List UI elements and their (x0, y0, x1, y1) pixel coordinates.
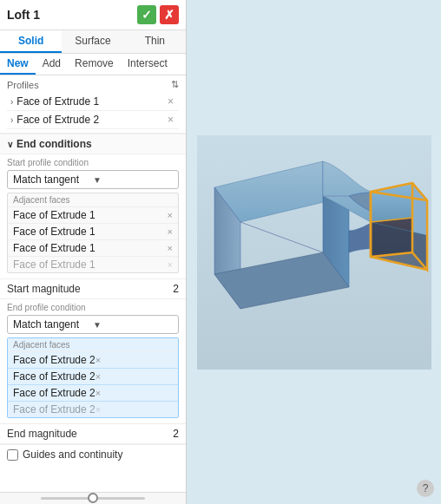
end-magnitude-value: 2 (173, 428, 179, 440)
panel-title: Loft 1 (7, 8, 134, 22)
start-magnitude-value: 2 (173, 283, 179, 295)
end-face-remove-4[interactable]: × (95, 404, 101, 415)
end-face-item-4: Face of Extrude 2 × (8, 402, 178, 417)
start-face-remove-4[interactable]: × (168, 259, 173, 270)
end-face-remove-3[interactable]: × (95, 388, 101, 398)
start-magnitude-row: Start magnitude 2 (0, 279, 186, 299)
action-tabs: New Add Remove Intersect (0, 54, 186, 75)
left-panel: Loft 1 ✓ ✗ Solid Surface Thin New Add Re… (0, 0, 187, 504)
profiles-section: Profiles ⇅ › Face of Extrude 1 × › Face … (0, 75, 186, 134)
end-face-name-3: Face of Extrude 2 (13, 387, 95, 399)
end-condition-block: End profile condition Match tangent ▼ Ad… (0, 299, 186, 424)
tab-intersect[interactable]: Intersect (121, 54, 174, 75)
start-face-remove-1[interactable]: × (168, 210, 173, 220)
collapse-arrow-icon: ∨ (7, 140, 13, 149)
end-magnitude-label: End magnitude (7, 428, 77, 440)
profile-item-2: › Face of Extrude 2 × (7, 111, 179, 129)
start-face-name-2: Face of Extrude 1 (13, 226, 168, 238)
end-adjacent-faces-box: Adjacent faces Face of Extrude 2 × Face … (7, 337, 179, 418)
end-magnitude-row: End magnitude 2 (0, 424, 186, 444)
start-face-item-1: Face of Extrude 1 × (8, 207, 178, 224)
profile-remove-2[interactable]: × (166, 114, 175, 126)
start-face-name-1: Face of Extrude 1 (13, 209, 168, 221)
start-condition-block: Start profile condition Match tangent ▼ … (0, 154, 186, 279)
panel-header: Loft 1 ✓ ✗ (0, 0, 186, 30)
end-condition-label: End profile condition (7, 303, 179, 312)
slider-thumb (88, 493, 98, 503)
start-face-remove-2[interactable]: × (168, 226, 173, 237)
slider-container (41, 497, 145, 500)
confirm-button[interactable]: ✓ (137, 5, 156, 24)
profile-name-1: Face of Extrude 1 (16, 95, 166, 108)
loft-3d-view (197, 135, 431, 370)
profiles-label: Profiles ⇅ (7, 79, 179, 90)
dropdown-arrow-icon: ▼ (93, 175, 173, 185)
end-conditions-header[interactable]: ∨ End conditions (0, 134, 186, 154)
tab-thin[interactable]: Thin (124, 30, 186, 53)
start-face-remove-3[interactable]: × (168, 243, 173, 253)
profile-item-1: › Face of Extrude 1 × (7, 93, 179, 111)
help-button[interactable]: ? (417, 480, 434, 497)
panel-content: Profiles ⇅ › Face of Extrude 1 × › Face … (0, 75, 186, 492)
start-face-item-4: Face of Extrude 1 × (8, 257, 178, 272)
tab-surface[interactable]: Surface (62, 30, 123, 53)
start-condition-value: Match tangent (13, 173, 93, 186)
end-face-name-2: Face of Extrude 2 (13, 370, 95, 383)
sort-icon: ⇅ (171, 79, 179, 90)
3d-viewport: ? (187, 0, 441, 504)
start-condition-dropdown[interactable]: Match tangent ▼ (7, 170, 179, 189)
end-adjacent-faces-label: Adjacent faces (8, 338, 178, 352)
cancel-button[interactable]: ✗ (160, 5, 179, 24)
end-condition-value: Match tangent (13, 318, 93, 331)
start-magnitude-label: Start magnitude (7, 283, 81, 295)
end-conditions-label: End conditions (16, 138, 92, 150)
start-adjacent-faces-box: Adjacent faces Face of Extrude 1 × Face … (7, 193, 179, 273)
start-face-name-3: Face of Extrude 1 (13, 242, 168, 254)
profile-name-2: Face of Extrude 2 (16, 114, 166, 126)
start-condition-label: Start profile condition (7, 158, 179, 167)
tab-remove[interactable]: Remove (68, 54, 121, 75)
start-face-item-3: Face of Extrude 1 × (8, 240, 178, 257)
start-face-item-2: Face of Extrude 1 × (8, 224, 178, 240)
profile-arrow-2: › (10, 115, 13, 125)
tab-add[interactable]: Add (36, 54, 68, 75)
profile-remove-1[interactable]: × (166, 95, 175, 108)
guides-checkbox[interactable] (7, 449, 18, 461)
tab-solid[interactable]: Solid (0, 30, 62, 53)
tab-new[interactable]: New (0, 54, 36, 75)
end-face-name-1: Face of Extrude 2 (13, 354, 95, 366)
end-face-remove-1[interactable]: × (95, 355, 101, 365)
panel-slider[interactable] (41, 497, 145, 500)
start-adjacent-faces-label: Adjacent faces (8, 193, 178, 207)
type-tabs: Solid Surface Thin (0, 30, 186, 54)
end-face-name-4: Face of Extrude 2 (13, 403, 95, 416)
end-face-item-1: Face of Extrude 2 × (8, 352, 178, 369)
end-condition-dropdown[interactable]: Match tangent ▼ (7, 315, 179, 334)
end-face-remove-2[interactable]: × (95, 371, 101, 382)
guides-label: Guides and continuity (23, 448, 122, 461)
end-face-item-2: Face of Extrude 2 × (8, 369, 178, 385)
panel-footer (0, 492, 186, 504)
end-face-item-3: Face of Extrude 2 × (8, 385, 178, 402)
guides-row: Guides and continuity (0, 444, 186, 464)
profile-arrow-1: › (10, 97, 13, 107)
end-dropdown-arrow-icon: ▼ (93, 320, 173, 330)
start-face-name-4: Face of Extrude 1 (13, 259, 168, 271)
